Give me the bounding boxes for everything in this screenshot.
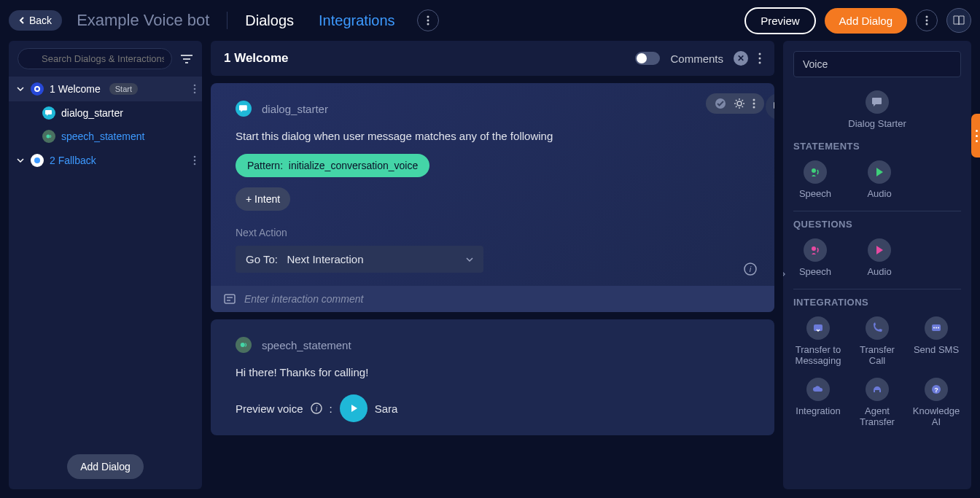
svg-point-3 [926, 16, 928, 18]
palette-knowledge-ai[interactable]: ? Knowledge AI [911, 378, 961, 427]
svg-rect-31 [225, 295, 235, 303]
right-edge-tab[interactable] [971, 114, 980, 157]
dialog-item-fallback[interactable]: 2 Fallback [9, 148, 202, 173]
interaction-label: dialog_starter [61, 107, 123, 119]
select-value: Next Interaction [287, 253, 363, 265]
comments-toggle[interactable] [635, 52, 660, 65]
palette-label: Send SMS [914, 344, 959, 355]
palette-statement-audio[interactable]: Audio [858, 160, 901, 199]
tab-integrations[interactable]: Integrations [319, 12, 395, 29]
next-action-select[interactable]: Go To: Next Interaction [236, 246, 483, 273]
tab-dialogs[interactable]: Dialogs [245, 12, 294, 29]
chevron-down-icon [466, 256, 473, 263]
next-action-label: Next Action [236, 227, 750, 238]
svg-point-12 [36, 87, 39, 90]
palette-send-sms[interactable]: Send SMS [911, 316, 961, 366]
person-speaking-icon [804, 160, 827, 184]
card-title: dialog_starter [262, 103, 328, 115]
interaction-speech-statement[interactable]: speech_statement [9, 125, 202, 148]
play-voice-button[interactable] [340, 394, 368, 422]
palette-dialog-starter[interactable]: Dialog Starter [793, 90, 961, 129]
dialog-item-welcome[interactable]: 1 Welcome Start [9, 77, 202, 101]
sidebar-left: 1 Welcome Start dialog_starter speech_st… [9, 41, 202, 489]
filter-icon[interactable] [180, 54, 193, 64]
dialog-more-button[interactable] [193, 155, 196, 166]
more-vertical-icon [925, 15, 928, 26]
more-vertical-icon[interactable] [752, 98, 755, 109]
dialog-icon [31, 154, 44, 167]
collapse-palette-button[interactable] [783, 267, 788, 281]
search-dialogs-input[interactable] [18, 48, 172, 69]
palette-label: Speech [799, 266, 831, 277]
sidebar-add-dialog-button[interactable]: Add Dialog [67, 454, 144, 479]
palette-question-audio[interactable]: Audio [858, 238, 901, 277]
svg-rect-39 [814, 324, 822, 331]
dialog-name: 2 Fallback [50, 155, 96, 166]
svg-point-5 [926, 23, 928, 26]
top-more-button[interactable] [916, 9, 938, 31]
chat-bubble-icon [42, 106, 55, 120]
svg-point-41 [933, 327, 935, 329]
voice-name: Sara [375, 402, 398, 415]
svg-point-21 [759, 53, 761, 55]
palette-integration[interactable]: Integration [793, 378, 843, 427]
interaction-dialog-starter[interactable]: dialog_starter [9, 101, 202, 125]
dialog-more-button[interactable] [193, 84, 196, 94]
close-button[interactable]: ✕ [734, 51, 748, 66]
palette-search-input[interactable] [793, 51, 961, 77]
palette-statement-speech[interactable]: Speech [793, 160, 837, 199]
comment-bubble-button[interactable] [766, 93, 774, 120]
cloud-icon [806, 378, 830, 401]
main-panel: 1 Welcome Comments ✕ [211, 41, 774, 489]
speech-icon [42, 130, 55, 143]
main-more-button[interactable] [758, 52, 761, 64]
card-actions [706, 93, 764, 114]
docs-button[interactable] [946, 8, 971, 33]
comment-placeholder: Enter interaction comment [244, 293, 363, 305]
svg-point-13 [194, 85, 196, 87]
select-prefix: Go To: [246, 253, 278, 265]
check-circle-icon[interactable] [715, 98, 726, 109]
main-header: 1 Welcome Comments ✕ [211, 41, 774, 76]
face-icon [34, 157, 41, 164]
chevron-down-icon [16, 85, 25, 93]
bot-title: Example Voice bot [77, 11, 209, 30]
info-icon[interactable]: i [744, 262, 757, 276]
svg-point-26 [753, 99, 755, 101]
svg-point-16 [47, 135, 50, 139]
svg-point-15 [194, 92, 196, 94]
back-button[interactable]: Back [9, 10, 62, 31]
pattern-label: Pattern: [247, 160, 283, 171]
svg-point-17 [34, 157, 40, 163]
preview-button[interactable]: Preview [744, 7, 815, 34]
gear-icon[interactable] [734, 98, 745, 109]
svg-point-27 [753, 103, 755, 105]
divider [227, 12, 228, 29]
top-bar: Back Example Voice bot Dialogs Integrati… [0, 0, 980, 41]
svg-point-23 [759, 62, 761, 64]
palette-label: Audio [867, 266, 891, 277]
svg-text:?: ? [934, 386, 938, 394]
person-speaking-icon [804, 238, 827, 262]
palette-agent-transfer[interactable]: Agent Transfer [852, 378, 902, 427]
comment-row[interactable]: Enter interaction comment [211, 286, 774, 312]
book-icon [953, 15, 965, 26]
card-speech-statement: speech_statement Hi there! Thanks for ca… [211, 319, 774, 435]
add-intent-button[interactable]: + Intent [236, 187, 290, 211]
pattern-chip[interactable]: Pattern: initialize_conversation_voice [236, 154, 429, 177]
palette-question-speech[interactable]: Speech [793, 238, 837, 277]
interaction-label: speech_statement [61, 131, 144, 142]
palette-label: Dialog Starter [848, 118, 906, 129]
svg-point-14 [194, 88, 196, 90]
svg-point-25 [737, 101, 742, 106]
palette-transfer-messaging[interactable]: Transfer to Messaging [793, 316, 843, 366]
more-vertical-icon [193, 155, 196, 166]
svg-point-43 [938, 327, 939, 329]
card-dialog-starter: dialog_starter Start this dialog when us… [211, 83, 774, 312]
add-dialog-button[interactable]: Add Dialog [825, 8, 907, 34]
more-menu-button[interactable] [417, 9, 439, 31]
info-icon[interactable]: i [311, 402, 322, 414]
palette-label: Transfer to Messaging [793, 344, 843, 366]
headset-icon [866, 378, 889, 401]
palette-transfer-call[interactable]: Transfer Call [852, 316, 902, 366]
